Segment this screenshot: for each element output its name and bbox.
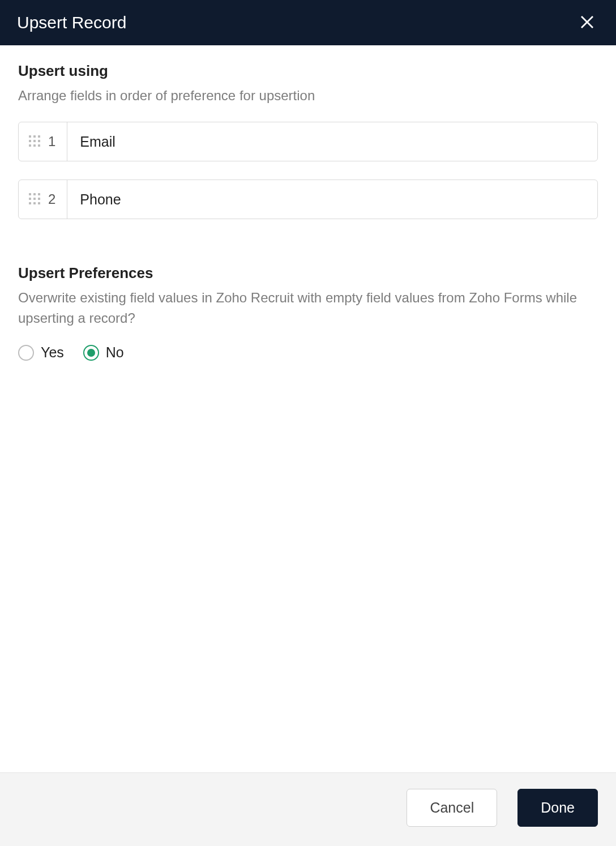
done-button[interactable]: Done <box>517 789 598 827</box>
drag-cell[interactable]: 2 <box>19 180 67 219</box>
radio-option-yes[interactable]: Yes <box>18 344 64 361</box>
radio-option-no[interactable]: No <box>83 344 124 361</box>
upsert-field-row[interactable]: 1 Email <box>18 122 598 161</box>
field-label: Phone <box>67 180 121 219</box>
modal-header: Upsert Record <box>0 0 616 45</box>
cancel-button[interactable]: Cancel <box>407 789 497 827</box>
drag-handle-icon <box>29 135 40 148</box>
radio-icon <box>18 345 34 361</box>
upsert-preferences-section: Upsert Preferences Overwrite existing fi… <box>18 264 598 361</box>
upsert-using-title: Upsert using <box>18 62 598 80</box>
drag-cell[interactable]: 1 <box>19 122 67 161</box>
upsert-record-modal: Upsert Record Upsert using Arrange field… <box>0 0 616 846</box>
upsert-preferences-title: Upsert Preferences <box>18 264 598 282</box>
drag-handle-icon <box>29 193 40 206</box>
field-order-number: 1 <box>48 134 55 149</box>
radio-icon <box>83 345 99 361</box>
radio-label-yes: Yes <box>41 344 64 361</box>
close-icon <box>579 14 596 31</box>
upsert-preferences-description: Overwrite existing field values in Zoho … <box>18 288 598 328</box>
close-button[interactable] <box>575 10 599 36</box>
modal-body: Upsert using Arrange fields in order of … <box>0 45 616 772</box>
overwrite-radio-group: Yes No <box>18 344 598 361</box>
field-order-number: 2 <box>48 191 55 207</box>
field-label: Email <box>67 122 116 161</box>
modal-footer: Cancel Done <box>0 772 616 846</box>
modal-title: Upsert Record <box>17 13 126 32</box>
upsert-using-section: Upsert using Arrange fields in order of … <box>18 62 598 219</box>
radio-label-no: No <box>106 344 124 361</box>
upsert-using-description: Arrange fields in order of preference fo… <box>18 86 598 106</box>
upsert-field-row[interactable]: 2 Phone <box>18 180 598 219</box>
